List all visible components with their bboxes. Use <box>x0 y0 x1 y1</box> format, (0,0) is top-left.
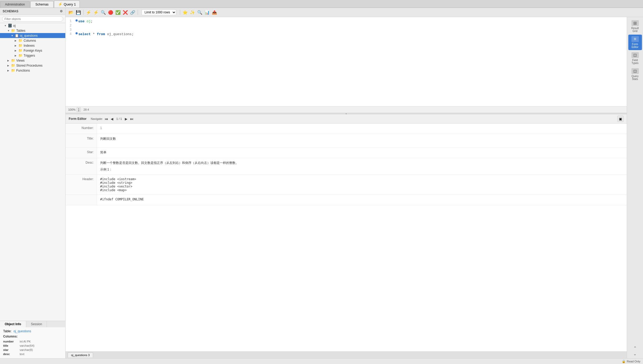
form-row-number: Number: 1 <box>66 124 627 134</box>
toggle-button[interactable]: ▣ <box>617 116 624 122</box>
form-row-header: Header: #include <iostream> #include <st… <box>66 175 627 195</box>
editor-line-2: 2 <box>66 24 627 28</box>
zoom-down-button[interactable]: ▼ <box>77 110 81 112</box>
schema-options-icon[interactable]: ⚙ <box>60 9 63 13</box>
sidebar-item-label: Triggers <box>24 54 63 57</box>
object-info-table-row: Table: oj_questions <box>3 329 62 333</box>
toolbar-separator <box>83 10 84 15</box>
search-replace-button[interactable]: 🔍 <box>196 9 203 16</box>
sidebar-item-views[interactable]: ▶ 📁 Views <box>0 58 65 63</box>
zoom-value: 100% <box>68 108 76 111</box>
result-grid-button[interactable]: ⊞ ResultGrid <box>628 19 642 34</box>
execute-button[interactable]: ⚡ <box>85 9 92 16</box>
folder-icon: 📁 <box>18 39 23 42</box>
col-row-desc: desc text <box>3 352 62 356</box>
arrow-icon: ▼ <box>7 29 11 32</box>
zoom-spinner[interactable]: ▲ ▼ <box>77 107 81 112</box>
tab-session[interactable]: Session <box>26 321 47 327</box>
header-cont-line: #ifndef COMPILER_ONLINE <box>100 197 624 201</box>
tab-schemas[interactable]: Schemas <box>30 1 53 8</box>
table-label: Table: <box>3 329 12 333</box>
editor-line-3: 3 <box>66 28 627 32</box>
open-button[interactable]: 📂 <box>68 9 74 16</box>
zoom-up-button[interactable]: ▲ <box>77 108 81 110</box>
arrow-icon: ▶ <box>15 39 18 42</box>
sidebar-item-indexes[interactable]: ▶ 📁 Indexes <box>0 43 65 48</box>
commit-button[interactable]: ✅ <box>115 9 121 16</box>
header-line-1: #include <iostream> <box>100 177 624 181</box>
arrow-icon: ▶ <box>15 49 18 52</box>
col-type-number: int AI PK <box>20 340 31 343</box>
query-stats-button[interactable]: ⊡ QueryStats <box>628 67 642 82</box>
reconnect-button[interactable]: 🔗 <box>129 9 136 16</box>
result-grid-label: ResultGrid <box>631 27 639 33</box>
sidebar-item-functions[interactable]: ▶ 📁 Functions <box>0 68 65 73</box>
nav-first-button[interactable]: ⏮ <box>104 116 109 121</box>
query-stats-icon: ⊡ <box>631 68 639 74</box>
stop-button[interactable]: 🔴 <box>107 9 114 16</box>
cursor-position: 28:4 <box>83 108 89 111</box>
limit-dropdown[interactable]: Limit to 1000 rows Don't Limit Limit to … <box>142 9 176 15</box>
export-button[interactable]: 📤 <box>211 9 218 16</box>
sidebar-item-oj[interactable]: ▼ 🗄️ oj <box>0 23 65 28</box>
chevron-controls: ⌃ ⌃ <box>633 346 637 356</box>
col-type-star: varchar(8) <box>20 348 33 351</box>
title-input[interactable]: 判断回文数 <box>100 137 624 144</box>
field-types-button[interactable]: ⊡ FieldTypes <box>628 51 642 66</box>
search-input[interactable] <box>2 16 63 22</box>
save-button[interactable]: 💾 <box>75 9 82 16</box>
form-value-title[interactable]: 判断回文数 <box>97 134 627 147</box>
tab-query1[interactable]: ⚡ Query 1 <box>54 1 80 8</box>
folder-icon: 📁 <box>11 29 15 33</box>
field-types-label: FieldTypes <box>631 59 639 65</box>
breakpoint-dot[interactable] <box>75 19 78 22</box>
form-value-desc[interactable]: 判断一个整数是否是回文数。回文数是指正序（从左到右）和倒序（从右向左）读都是一样… <box>97 158 627 174</box>
beautify-button[interactable]: ✨ <box>189 9 196 16</box>
arrow-icon: ▶ <box>7 69 11 72</box>
form-value-star: 简单 <box>97 148 627 158</box>
sidebar-item-label: Tables <box>16 29 63 33</box>
tab-object-info[interactable]: Object Info <box>0 321 26 327</box>
form-editor-button[interactable]: ≡ FormEditor <box>628 35 642 50</box>
line-code: use oj; <box>78 19 627 23</box>
sidebar-item-tables[interactable]: ▼ 📁 Tables <box>0 28 65 33</box>
folder-icon: 📁 <box>18 44 23 47</box>
header-line-2: #include <string> <box>100 181 624 185</box>
nav-last-button[interactable]: ⏭ <box>129 116 134 121</box>
find-button[interactable]: 🔍 <box>100 9 107 16</box>
sql-editor[interactable]: 1 use oj; 2 3 4 <box>66 17 627 106</box>
sidebar-item-triggers[interactable]: ▶ 📁 Triggers <box>0 53 65 58</box>
breakpoint-dot[interactable] <box>75 32 78 34</box>
query-stats-label: QueryStats <box>631 75 639 81</box>
nav-next-button[interactable]: ▶ <box>124 116 128 121</box>
result-grid-icon: ⊞ <box>631 20 639 26</box>
sidebar-search-area <box>0 15 65 23</box>
form-content: Number: 1 Title: 判断回文数 Star: 简单 <box>66 124 627 351</box>
sidebar-item-columns[interactable]: ▶ 📁 Columns <box>0 38 65 43</box>
line-code: select * from oj_questions; <box>78 32 627 36</box>
sidebar-item-foreign-keys[interactable]: ▶ 📁 Foreign Keys <box>0 48 65 53</box>
arrow-icon: ▶ <box>15 44 18 47</box>
execute-selection-button[interactable]: ⚡ <box>93 9 99 16</box>
form-value-header[interactable]: #include <iostream> #include <string> #i… <box>97 175 627 195</box>
status-bar: 🔒 Read Only <box>0 358 643 364</box>
tab-administration[interactable]: Administration <box>0 1 30 8</box>
folder-icon: 📁 <box>11 58 15 62</box>
col-row-star: star varchar(8) <box>3 348 62 352</box>
sidebar-item-oj-questions[interactable]: ▼ 📋 oj_questions <box>0 33 65 38</box>
rollback-button[interactable]: ❌ <box>122 9 129 16</box>
arrow-icon: ▼ <box>4 24 8 27</box>
sidebar-item-stored-procedures[interactable]: ▶ 📁 Stored Procedures <box>0 63 65 68</box>
explain-button[interactable]: 📊 <box>204 9 211 16</box>
table-name-value: oj_questions <box>13 329 31 333</box>
header-line-4: #include <map> <box>100 188 624 192</box>
nav-prev-button[interactable]: ◀ <box>110 116 114 121</box>
chevron-up-icon[interactable]: ⌃ <box>633 346 637 351</box>
zoom-control: 100% ▲ ▼ <box>68 107 81 112</box>
chevron-down-icon[interactable]: ⌃ <box>633 351 637 356</box>
query-tab-oj-questions[interactable]: oj_questions 3 <box>68 352 93 357</box>
star-button[interactable]: ⭐ <box>182 9 189 16</box>
col-type-desc: text <box>20 352 24 356</box>
toolbar-separator-2 <box>138 10 138 15</box>
sidebar-item-label: oj <box>13 24 63 28</box>
